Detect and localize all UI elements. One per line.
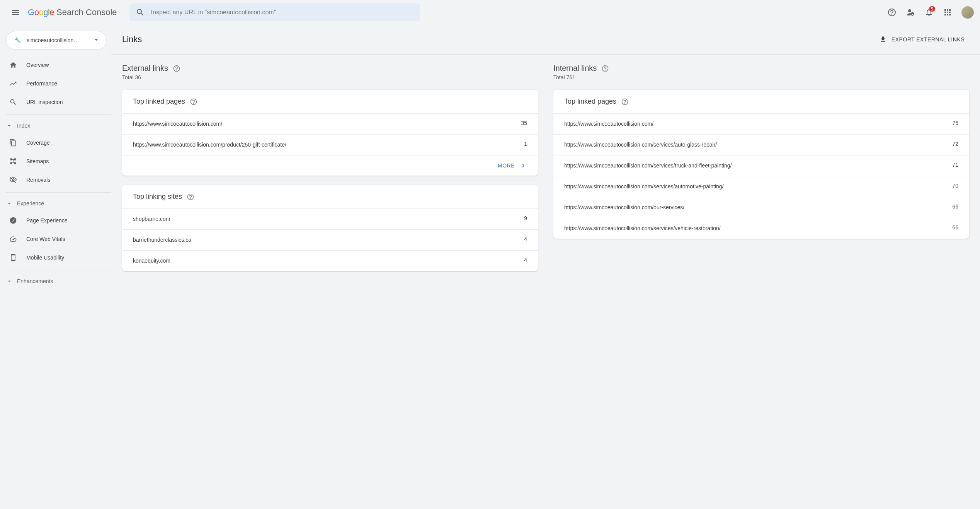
- phone-icon: [9, 254, 17, 261]
- card-title: Top linked pages: [564, 97, 616, 106]
- apps-button[interactable]: [940, 5, 955, 20]
- more-button[interactable]: MORE: [122, 155, 538, 176]
- sidebar: 🔧 simcoeautocollision… Overview Performa…: [0, 25, 111, 299]
- help-button[interactable]: [884, 5, 900, 20]
- sidebar-section-experience[interactable]: Experience: [0, 196, 111, 211]
- row-url: https://www.simcoeautocollision.com/: [564, 120, 943, 128]
- page-header: Links EXPORT EXTERNAL LINKS: [111, 25, 980, 55]
- menu-icon: [11, 8, 20, 17]
- page-title: Links: [122, 34, 142, 44]
- user-gear-icon: [906, 8, 915, 17]
- sidebar-item-overview[interactable]: Overview: [0, 56, 107, 74]
- table-row[interactable]: https://www.simcoeautocollision.com/serv…: [553, 218, 969, 239]
- divider: [6, 270, 111, 270]
- header: Google Search Console 5: [0, 0, 980, 25]
- section-title: Enhancements: [17, 278, 53, 284]
- row-url: https://www.simcoeautocollision.com/serv…: [564, 224, 943, 232]
- sitemap-icon: [9, 157, 17, 165]
- divider: [6, 114, 111, 115]
- row-count: 75: [952, 120, 958, 126]
- help-icon[interactable]: [173, 65, 180, 72]
- export-label: EXPORT EXTERNAL LINKS: [892, 36, 965, 43]
- row-count: 70: [952, 183, 958, 189]
- row-count: 72: [952, 141, 958, 147]
- row-url: https://www.simcoeautocollision.com/prod…: [133, 141, 515, 149]
- help-icon[interactable]: [621, 98, 629, 106]
- table-row[interactable]: shopbarrie.com 9: [122, 208, 538, 229]
- sidebar-item-label: Mobile Usability: [26, 254, 64, 261]
- more-label: MORE: [498, 162, 515, 169]
- sidebar-item-label: Performance: [26, 80, 57, 87]
- sidebar-item-page-experience[interactable]: Page Experience: [0, 211, 107, 230]
- logo[interactable]: Google Search Console: [28, 7, 117, 17]
- sidebar-item-label: Sitemaps: [26, 158, 49, 164]
- sidebar-section-enhancements[interactable]: Enhancements: [0, 273, 111, 289]
- row-url: shopbarrie.com: [133, 215, 515, 223]
- table-row[interactable]: konaequity.com 4: [122, 250, 538, 271]
- help-icon: [887, 8, 897, 17]
- sidebar-item-removals[interactable]: Removals: [0, 171, 107, 189]
- divider: [6, 192, 111, 193]
- property-selector[interactable]: 🔧 simcoeautocollision…: [6, 31, 107, 50]
- sidebar-item-label: Overview: [26, 62, 49, 68]
- help-icon[interactable]: [190, 98, 197, 106]
- section-title: Experience: [17, 200, 44, 207]
- chevron-down-icon: [6, 200, 12, 207]
- card-title: Top linked pages: [133, 97, 185, 106]
- chevron-down-icon: [92, 36, 100, 45]
- header-actions: 5: [884, 5, 974, 20]
- section-title: Index: [17, 123, 30, 129]
- row-url: https://www.simcoeautocollision.com/serv…: [564, 162, 943, 170]
- table-row[interactable]: https://www.simcoeautocollision.com/ 75: [553, 113, 969, 134]
- export-external-links-button[interactable]: EXPORT EXTERNAL LINKS: [875, 32, 969, 46]
- internal-links-title: Internal links: [553, 64, 597, 73]
- help-icon[interactable]: [187, 193, 194, 201]
- row-url: https://www.simcoeautocollision.com/: [133, 120, 512, 128]
- table-row[interactable]: https://www.simcoeautocollision.com/serv…: [553, 134, 969, 155]
- notifications-button[interactable]: 5: [921, 5, 937, 20]
- account-avatar[interactable]: [961, 6, 974, 19]
- row-count: 1: [524, 141, 527, 147]
- speed-icon: [9, 235, 17, 243]
- search-icon: [9, 98, 17, 106]
- table-row[interactable]: barriethunderclassics.ca 4: [122, 229, 538, 250]
- sidebar-section-index[interactable]: Index: [0, 118, 111, 133]
- row-url: konaequity.com: [133, 257, 515, 265]
- search-input[interactable]: [151, 9, 414, 16]
- main-content: Links EXPORT EXTERNAL LINKS External lin…: [111, 25, 980, 299]
- chevron-down-icon: [6, 278, 12, 284]
- row-count: 66: [952, 224, 958, 231]
- table-row[interactable]: https://www.simcoeautocollision.com/our-…: [553, 197, 969, 218]
- row-url: https://www.simcoeautocollision.com/serv…: [564, 183, 943, 191]
- row-count: 9: [524, 215, 527, 221]
- table-row[interactable]: https://www.simcoeautocollision.com/ 35: [122, 113, 538, 134]
- property-label: simcoeautocollision…: [27, 37, 88, 43]
- menu-button[interactable]: [6, 3, 25, 22]
- apps-grid-icon: [943, 8, 952, 17]
- sidebar-item-coverage[interactable]: Coverage: [0, 133, 107, 152]
- app-name: Search Console: [56, 7, 117, 17]
- table-row[interactable]: https://www.simcoeautocollision.com/prod…: [122, 134, 538, 155]
- sidebar-item-label: Coverage: [26, 140, 50, 146]
- row-url: https://www.simcoeautocollision.com/our-…: [564, 203, 943, 212]
- chevron-down-icon: [6, 123, 12, 129]
- help-icon[interactable]: [601, 65, 609, 72]
- chevron-right-icon: [519, 162, 527, 169]
- table-row[interactable]: https://www.simcoeautocollision.com/serv…: [553, 155, 969, 176]
- sidebar-item-label: URL inspection: [26, 99, 63, 105]
- google-logo: Google: [28, 7, 54, 17]
- notification-badge: 5: [929, 6, 935, 12]
- sidebar-item-sitemaps[interactable]: Sitemaps: [0, 152, 107, 171]
- table-row[interactable]: https://www.simcoeautocollision.com/serv…: [553, 176, 969, 197]
- sidebar-item-url-inspection[interactable]: URL inspection: [0, 93, 107, 111]
- external-top-linked-pages-card: Top linked pages https://www.simcoeautoc…: [122, 90, 538, 176]
- sidebar-item-mobile-usability[interactable]: Mobile Usability: [0, 248, 107, 267]
- copy-icon: [9, 139, 17, 147]
- users-settings-button[interactable]: [903, 5, 918, 20]
- row-url: https://www.simcoeautocollision.com/serv…: [564, 141, 943, 149]
- url-inspection-search[interactable]: [129, 3, 420, 21]
- visibility-off-icon: [9, 176, 17, 184]
- sidebar-item-core-web-vitals[interactable]: Core Web Vitals: [0, 230, 107, 248]
- internal-links-column: Internal links Total 761 Top linked page…: [553, 64, 969, 280]
- sidebar-item-performance[interactable]: Performance: [0, 74, 107, 93]
